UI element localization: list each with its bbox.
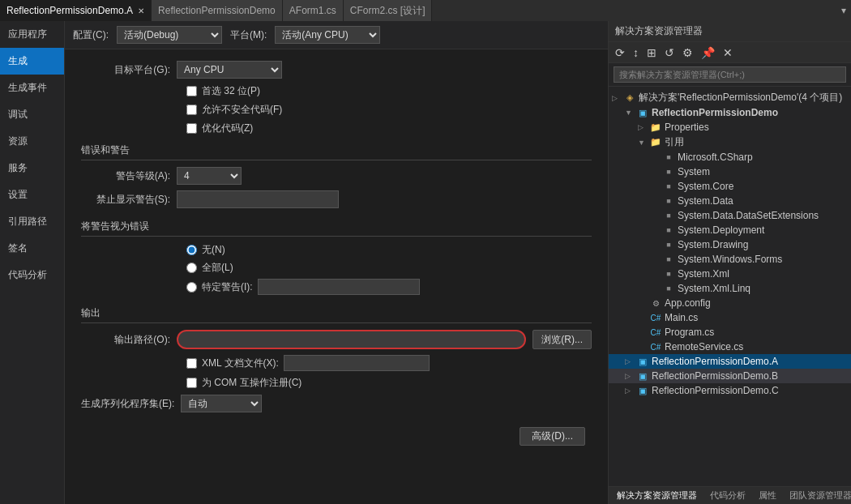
- ref-icon: ■: [662, 151, 675, 164]
- tree-node-label: ReflectionPermissionDemo.C: [652, 385, 779, 396]
- tree-node[interactable]: C#RemoteService.cs: [609, 340, 851, 354]
- cs-icon: C#: [649, 311, 662, 324]
- xml-doc-row: XML 文档文件(X):: [186, 355, 592, 371]
- advanced-button[interactable]: 高级(D)...: [520, 427, 585, 446]
- tree-node[interactable]: C#Program.cs: [609, 325, 851, 340]
- project-icon: ▣: [636, 384, 649, 397]
- sidebar-item-ref-path[interactable]: 引用路径: [0, 208, 64, 235]
- tree-node[interactable]: ■System.Windows.Forms: [609, 252, 851, 267]
- sidebar-item-settings[interactable]: 设置: [0, 182, 64, 208]
- tab-dropdown-icon[interactable]: ▾: [836, 5, 851, 16]
- checkbox-optimize[interactable]: [186, 123, 197, 134]
- footer-tab-0[interactable]: 解决方案资源管理器: [612, 489, 702, 502]
- toolbar-settings-btn[interactable]: ⚙: [679, 45, 696, 61]
- toolbar-expand-btn[interactable]: ↕: [630, 45, 642, 61]
- footer-tab-1[interactable]: 代码分析: [705, 489, 751, 502]
- search-box-wrap: [609, 63, 851, 87]
- warning-level-select[interactable]: 4: [177, 167, 242, 185]
- tree-node-label: System.Drawing: [678, 239, 748, 250]
- specific-warnings-input[interactable]: [258, 279, 420, 295]
- tree-node[interactable]: ⚙App.config: [609, 296, 851, 310]
- warning-level-row: 警告等级(A): 4: [81, 167, 592, 185]
- tree-node[interactable]: ■Microsoft.CSharp: [609, 150, 851, 164]
- serialization-label: 生成序列化程序集(E):: [81, 397, 174, 411]
- ref-icon: ■: [662, 194, 675, 207]
- toolbar-close-btn[interactable]: ✕: [720, 45, 736, 61]
- checkbox-prefer32-label: 首选 32 位(P): [202, 84, 260, 98]
- treat-warnings-title: 将警告视为错误: [81, 220, 592, 237]
- suppress-warnings-input[interactable]: [177, 190, 339, 208]
- suppress-warnings-label: 禁止显示警告(S):: [81, 193, 170, 207]
- checkbox-unsafe-label: 允许不安全代码(F): [202, 103, 282, 117]
- tree-node-label: Main.cs: [665, 312, 698, 323]
- tree-node[interactable]: ■System.Xml.Linq: [609, 281, 851, 296]
- tree-arrow-icon: ▼: [638, 139, 649, 147]
- ref-icon: ■: [662, 180, 675, 193]
- tree-node[interactable]: ■System.Deployment: [609, 223, 851, 237]
- footer-tab-3[interactable]: 团队资源管理器: [785, 489, 851, 502]
- toolbar-sync-btn[interactable]: ⟳: [612, 45, 628, 61]
- tree-node[interactable]: ▷📁Properties: [609, 120, 851, 135]
- target-cpu-select[interactable]: Any CPU: [177, 61, 282, 79]
- toolbar-collapse-btn[interactable]: ⊞: [644, 45, 660, 61]
- checkbox-prefer32[interactable]: [186, 86, 197, 96]
- toolbar-pin-btn[interactable]: 📌: [698, 45, 718, 61]
- sidebar-item-services[interactable]: 服务: [0, 155, 64, 182]
- xml-doc-label: XML 文档文件(X):: [202, 357, 279, 370]
- tab-aform1[interactable]: AForm1.cs: [283, 0, 344, 21]
- right-panel: 解决方案资源管理器 ⟳ ↕ ⊞ ↺ ⚙ 📌 ✕ ▷◈解决方案'Reflectio…: [608, 21, 851, 504]
- sidebar-item-code-analysis[interactable]: 代码分析: [0, 262, 64, 288]
- radio-none-label: 无(N): [202, 243, 225, 257]
- checkbox-xml-doc[interactable]: [186, 358, 197, 369]
- toolbar-refresh-btn[interactable]: ↺: [661, 45, 678, 61]
- tree-node[interactable]: ▷▣ReflectionPermissionDemo.B: [609, 369, 851, 383]
- radio-all[interactable]: [186, 263, 197, 273]
- sidebar-item-signing[interactable]: 签名: [0, 235, 64, 262]
- tree-node[interactable]: ▼▣ReflectionPermissionDemo: [609, 105, 851, 120]
- output-path-input[interactable]: ..\ReflectionPermissionDemo\bin\: [177, 330, 526, 349]
- ref-icon: ■: [662, 165, 675, 178]
- checkbox-unsafe[interactable]: [186, 105, 197, 115]
- tree-node-label: Properties: [665, 122, 709, 133]
- sidebar-item-debug[interactable]: 调试: [0, 101, 64, 128]
- main-area: 应用程序 生成 生成事件 调试 资源 服务 设置 引用路径 签名 代码分析: [0, 21, 851, 504]
- close-icon-tab-a[interactable]: ✕: [138, 6, 144, 15]
- sidebar-item-build[interactable]: 生成: [0, 48, 64, 75]
- tree-node-label: System.Windows.Forms: [678, 254, 782, 265]
- browse-button[interactable]: 浏览(R)...: [532, 330, 592, 349]
- ref-icon: ■: [662, 209, 675, 222]
- tree-node[interactable]: ▷▣ReflectionPermissionDemo.C: [609, 383, 851, 398]
- radio-none[interactable]: [186, 245, 197, 255]
- cs-icon: C#: [649, 340, 662, 353]
- tree-node[interactable]: ▷◈解决方案'ReflectionPermissionDemo'(4 个项目): [609, 90, 851, 105]
- warning-level-label: 警告等级(A):: [81, 169, 170, 183]
- tree-node[interactable]: ■System.Drawing: [609, 237, 851, 252]
- solution-explorer-header: 解决方案资源管理器: [609, 21, 851, 42]
- sidebar-item-app[interactable]: 应用程序: [0, 21, 64, 48]
- tree-node-label: System.Xml.Linq: [678, 283, 751, 294]
- sidebar-item-resources[interactable]: 资源: [0, 128, 64, 155]
- tree-node[interactable]: ■System.Data: [609, 194, 851, 208]
- checkbox-com-interop[interactable]: [186, 378, 197, 388]
- radio-specific[interactable]: [186, 282, 197, 293]
- tree-node[interactable]: ▷▣ReflectionPermissionDemo.A: [609, 354, 851, 369]
- tree-node[interactable]: ■System.Xml: [609, 267, 851, 281]
- tab-cform2[interactable]: CForm2.cs [设计]: [344, 0, 433, 21]
- tab-reflection-demo[interactable]: ReflectionPermissionDemo: [152, 0, 283, 21]
- serialization-row: 生成序列化程序集(E): 自动: [81, 395, 592, 412]
- tree-node[interactable]: ■System: [609, 164, 851, 179]
- config-select[interactable]: 活动(Debug): [117, 26, 222, 44]
- tab-reflection-a[interactable]: ReflectionPermissionDemo.A ✕: [0, 0, 152, 21]
- search-input[interactable]: [614, 66, 846, 83]
- xml-doc-input[interactable]: [284, 355, 430, 371]
- tree-node[interactable]: ▼📁引用: [609, 135, 851, 150]
- tree-node[interactable]: ■System.Core: [609, 179, 851, 194]
- footer-tab-2[interactable]: 属性: [754, 489, 781, 502]
- tree-arrow-icon: ▼: [625, 109, 636, 117]
- tree-node[interactable]: ■System.Data.DataSetExtensions: [609, 208, 851, 223]
- folder-icon: 📁: [649, 121, 662, 134]
- serialization-select[interactable]: 自动: [181, 395, 262, 412]
- tree-node[interactable]: C#Main.cs: [609, 310, 851, 325]
- platform-select[interactable]: 活动(Any CPU): [275, 26, 380, 44]
- sidebar-item-build-events[interactable]: 生成事件: [0, 75, 64, 101]
